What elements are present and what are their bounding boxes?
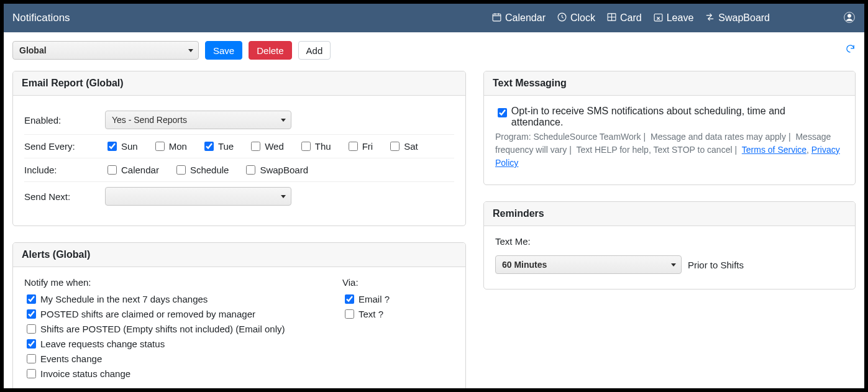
alert-shifts-posted-label: Shifts are POSTED (Empty shifts not incl… — [40, 324, 285, 334]
chevron-down-icon — [671, 263, 676, 267]
sms-optin-checkbox[interactable] — [498, 108, 507, 117]
send-every-label: Send Every: — [24, 141, 99, 152]
alert-invoice-status-label: Invoice status change — [40, 368, 130, 379]
include-schedule-checkbox[interactable] — [176, 165, 186, 175]
reminder-duration-dropdown[interactable]: 60 Minutes — [495, 255, 682, 274]
alert-events-change-label: Events change — [40, 353, 102, 364]
notify-heading: Notify me when: — [24, 277, 318, 288]
leave-icon — [653, 12, 664, 25]
chevron-down-icon — [188, 49, 193, 52]
chevron-down-icon — [281, 195, 286, 198]
text-messaging-title: Text Messaging — [484, 71, 855, 96]
nav-clock-label: Clock — [570, 12, 595, 24]
day-tue-label: Tue — [218, 141, 234, 152]
enabled-dropdown-value: Yes - Send Reports — [112, 115, 187, 125]
send-next-label: Send Next: — [24, 191, 99, 202]
nav-calendar-label: Calendar — [505, 12, 546, 24]
reminders-card: Reminders Text Me: 60 Minutes Prior to S… — [483, 201, 856, 289]
calendar-icon — [491, 12, 502, 25]
delete-button[interactable]: Delete — [249, 41, 291, 60]
enabled-dropdown[interactable]: Yes - Send Reports — [105, 111, 291, 129]
via-text-label: Text ? — [359, 309, 383, 319]
alert-invoice-status-checkbox[interactable] — [27, 369, 36, 378]
scope-dropdown-value: Global — [19, 45, 47, 55]
nav-card[interactable]: Card — [606, 12, 642, 25]
sms-info-help: Text HELP for help, Text STOP to cancel — [576, 145, 732, 155]
alert-posted-claimed-checkbox[interactable] — [27, 309, 36, 319]
via-email-label: Email ? — [359, 294, 390, 304]
sms-info: Program: ScheduleSource TeamWork| Messag… — [495, 130, 844, 170]
nav-calendar[interactable]: Calendar — [491, 12, 546, 25]
page-title: Notifications — [12, 12, 70, 24]
nav-card-label: Card — [620, 12, 642, 24]
via-text-checkbox[interactable] — [345, 309, 354, 319]
include-label: Include: — [24, 165, 99, 175]
include-schedule-label: Schedule — [190, 165, 229, 175]
via-email-checkbox[interactable] — [345, 294, 354, 304]
alert-shifts-posted-checkbox[interactable] — [27, 324, 36, 334]
user-menu[interactable] — [843, 11, 856, 25]
day-thu-label: Thu — [315, 141, 331, 152]
include-swapboard-label: SwapBoard — [260, 165, 308, 175]
terms-of-service-link[interactable]: Terms of Service — [742, 145, 806, 155]
refresh-icon[interactable] — [845, 43, 856, 56]
nav-leave[interactable]: Leave — [653, 12, 694, 25]
alerts-title: Alerts (Global) — [13, 243, 465, 267]
email-report-card: Email Report (Global) Enabled: Yes - Sen… — [12, 71, 466, 226]
reminder-duration-value: 60 Minutes — [502, 260, 547, 270]
text-me-label: Text Me: — [495, 236, 844, 247]
nav-swapboard[interactable]: SwapBoard — [705, 12, 770, 25]
text-messaging-card: Text Messaging Opt-in to receive SMS not… — [483, 71, 856, 185]
chevron-down-icon — [281, 119, 286, 122]
svg-rect-0 — [493, 14, 501, 21]
alert-schedule-changes-checkbox[interactable] — [27, 294, 36, 304]
sms-optin-label: Opt-in to receive SMS notifications abou… — [511, 106, 835, 128]
alert-leave-requests-label: Leave requests change status — [40, 339, 165, 349]
day-sun-label: Sun — [121, 141, 138, 152]
swapboard-icon — [705, 12, 715, 25]
reminder-suffix: Prior to Shifts — [688, 260, 744, 270]
enabled-label: Enabled: — [24, 115, 99, 125]
card-icon — [606, 12, 617, 25]
alert-leave-requests-checkbox[interactable] — [27, 339, 36, 349]
include-calendar-checkbox[interactable] — [107, 165, 117, 175]
scope-dropdown[interactable]: Global — [12, 41, 199, 60]
svg-rect-3 — [654, 14, 662, 21]
include-calendar-label: Calendar — [121, 165, 159, 175]
day-wed-checkbox[interactable] — [251, 142, 260, 151]
alert-schedule-changes-label: My Schedule in the next 7 days changes — [40, 294, 208, 304]
email-report-title: Email Report (Global) — [13, 71, 465, 96]
day-thu-checkbox[interactable] — [301, 142, 311, 151]
day-fri-checkbox[interactable] — [349, 142, 358, 151]
day-sun-checkbox[interactable] — [107, 142, 117, 151]
nav-swapboard-label: SwapBoard — [718, 12, 770, 24]
nav-clock[interactable]: Clock — [557, 12, 595, 25]
save-button[interactable]: Save — [205, 41, 242, 60]
day-sat-label: Sat — [404, 141, 418, 152]
day-sat-checkbox[interactable] — [390, 142, 400, 151]
nav-leave-label: Leave — [667, 12, 694, 24]
day-mon-checkbox[interactable] — [155, 142, 165, 151]
reminders-title: Reminders — [484, 202, 855, 226]
include-swapboard-checkbox[interactable] — [246, 165, 255, 175]
day-mon-label: Mon — [169, 141, 187, 152]
svg-point-5 — [847, 14, 851, 17]
alert-posted-claimed-label: POSTED shifts are claimed or removed by … — [40, 309, 255, 319]
clock-icon — [557, 12, 567, 25]
alerts-card: Alerts (Global) Notify me when: My Sched… — [12, 242, 466, 388]
day-tue-checkbox[interactable] — [204, 142, 214, 151]
add-button[interactable]: Add — [298, 41, 331, 60]
sms-info-rates: Message and data rates may apply — [651, 132, 786, 142]
alert-events-change-checkbox[interactable] — [27, 354, 36, 363]
sms-info-program: Program: ScheduleSource TeamWork — [495, 132, 641, 142]
send-next-dropdown[interactable] — [105, 187, 291, 206]
day-fri-label: Fri — [362, 141, 373, 152]
via-heading: Via: — [342, 277, 454, 288]
day-wed-label: Wed — [265, 141, 284, 152]
